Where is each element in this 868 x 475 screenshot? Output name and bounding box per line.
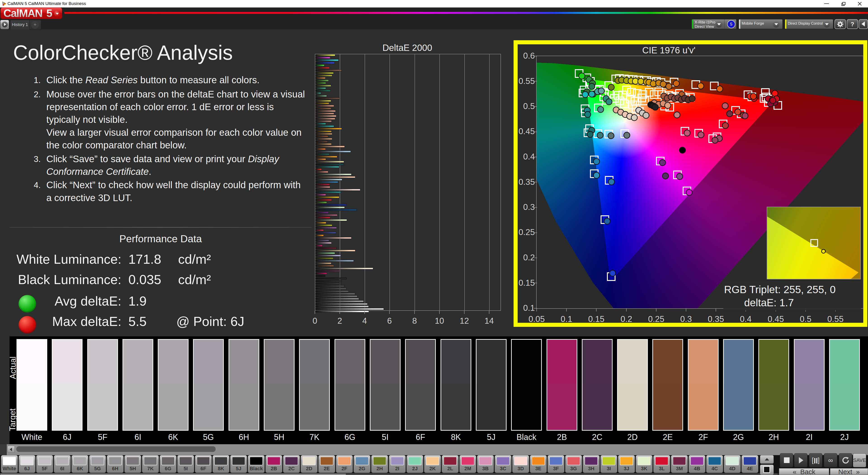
svg-text:5: 5 [3,2,4,5]
